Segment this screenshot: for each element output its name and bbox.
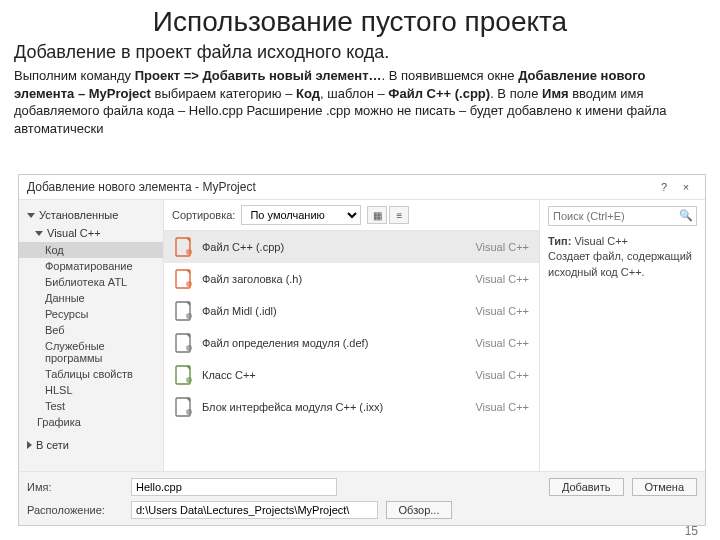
chevron-down-icon <box>35 231 43 236</box>
close-button[interactable]: × <box>675 181 697 193</box>
add-new-item-dialog: Добавление нового элемента - MyProject ?… <box>18 174 706 526</box>
help-button[interactable]: ? <box>653 181 675 193</box>
chevron-down-icon <box>27 213 35 218</box>
location-label: Расположение: <box>27 504 123 516</box>
view-grid-icon[interactable]: ▦ <box>367 206 387 224</box>
template-name: Файл Midl (.idl) <box>202 305 451 317</box>
sidebar-item[interactable]: Библиотека ATL <box>19 274 163 290</box>
sidebar-item[interactable]: Форматирование <box>19 258 163 274</box>
sidebar-item[interactable]: Test <box>19 398 163 414</box>
view-list-icon[interactable]: ≡ <box>389 206 409 224</box>
sidebar-item[interactable]: Код <box>19 242 163 258</box>
template-name: Класс C++ <box>202 369 451 381</box>
template-name: Файл заголовка (.h) <box>202 273 451 285</box>
template-row[interactable]: Файл C++ (.cpp) Visual C++ <box>164 231 539 263</box>
type-label: Тип: <box>548 235 571 247</box>
file-icon <box>174 365 194 385</box>
sidebar-item[interactable]: HLSL <box>19 382 163 398</box>
location-input[interactable] <box>131 501 378 519</box>
sort-label: Сортировка: <box>172 209 235 221</box>
dialog-titlebar: Добавление нового элемента - MyProject ?… <box>19 175 705 200</box>
sidebar-item[interactable]: Веб <box>19 322 163 338</box>
template-name: Файл C++ (.cpp) <box>202 241 451 253</box>
slide-subtitle: Добавление в проект файла исходного кода… <box>0 40 720 65</box>
template-name: Файл определения модуля (.def) <box>202 337 451 349</box>
template-lang: Visual C++ <box>459 369 529 381</box>
detail-panel: 🔍 Тип: Visual C++ Создает файл, содержащ… <box>540 200 705 471</box>
template-row[interactable]: Файл Midl (.idl) Visual C++ <box>164 295 539 327</box>
svg-point-3 <box>186 281 192 287</box>
cancel-button[interactable]: Отмена <box>632 478 697 496</box>
type-value: Visual C++ <box>574 235 628 247</box>
template-lang: Visual C++ <box>459 337 529 349</box>
dialog-title: Добавление нового элемента - MyProject <box>27 180 653 194</box>
svg-point-11 <box>186 409 192 415</box>
page-number: 15 <box>685 524 698 538</box>
sidebar-item[interactable]: Служебные программы <box>19 338 163 366</box>
file-icon <box>174 333 194 353</box>
template-row[interactable]: Файл заголовка (.h) Visual C++ <box>164 263 539 295</box>
svg-point-7 <box>186 345 192 351</box>
add-button[interactable]: Добавить <box>549 478 624 496</box>
chevron-right-icon <box>27 441 32 449</box>
slide-body: Выполним команду Проект => Добавить новы… <box>0 65 720 141</box>
svg-point-1 <box>186 249 192 255</box>
sidebar-item[interactable]: Таблицы свойств <box>19 366 163 382</box>
file-icon <box>174 237 194 257</box>
name-label: Имя: <box>27 481 123 493</box>
search-input[interactable] <box>548 206 697 226</box>
file-icon <box>174 397 194 417</box>
sidebar-item[interactable]: Ресурсы <box>19 306 163 322</box>
template-lang: Visual C++ <box>459 241 529 253</box>
template-lang: Visual C++ <box>459 273 529 285</box>
template-list: Файл C++ (.cpp) Visual C++ Файл заголовк… <box>164 231 539 471</box>
installed-node[interactable]: Установленные <box>19 206 163 224</box>
sort-bar: Сортировка: По умолчанию ▦ ≡ <box>164 200 539 231</box>
category-sidebar: Установленные Visual C++ КодФорматирован… <box>19 200 164 471</box>
browse-button[interactable]: Обзор... <box>386 501 453 519</box>
name-input[interactable] <box>131 478 337 496</box>
slide-title: Использование пустого проекта <box>0 0 720 40</box>
dialog-footer: Имя: Добавить Отмена Расположение: Обзор… <box>19 471 705 525</box>
file-icon <box>174 269 194 289</box>
sidebar-item[interactable]: Данные <box>19 290 163 306</box>
visual-cpp-node[interactable]: Visual C++ <box>19 224 163 242</box>
template-name: Блок интерфейса модуля C++ (.ixx) <box>202 401 451 413</box>
template-lang: Visual C++ <box>459 305 529 317</box>
type-desc: Создает файл, содержащий исходный код C+… <box>548 250 692 277</box>
template-lang: Visual C++ <box>459 401 529 413</box>
template-row[interactable]: Блок интерфейса модуля C++ (.ixx) Visual… <box>164 391 539 423</box>
search-icon: 🔍 <box>679 209 693 222</box>
template-row[interactable]: Класс C++ Visual C++ <box>164 359 539 391</box>
template-row[interactable]: Файл определения модуля (.def) Visual C+… <box>164 327 539 359</box>
svg-point-9 <box>186 377 192 383</box>
template-center: Сортировка: По умолчанию ▦ ≡ Файл C++ (.… <box>164 200 540 471</box>
sort-select[interactable]: По умолчанию <box>241 205 361 225</box>
file-icon <box>174 301 194 321</box>
graphics-node[interactable]: Графика <box>19 414 163 430</box>
svg-point-5 <box>186 313 192 319</box>
online-node[interactable]: В сети <box>19 436 163 454</box>
